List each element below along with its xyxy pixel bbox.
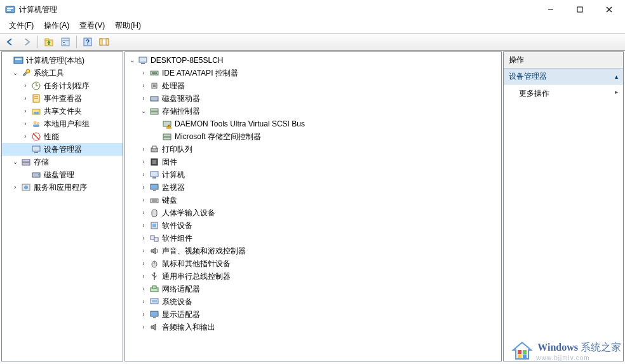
expander-closed-icon[interactable]: › [21,94,30,103]
nav-tree[interactable]: 计算机管理(本地) ⌄ 系统工具 › 任务计划程序 › 事件查看器 › 共享文件 [2,52,123,196]
svg-rect-36 [34,152,38,153]
forward-button[interactable] [19,35,34,49]
device-mouse[interactable]: › 鼠标和其他指针设备 [125,257,501,270]
device-keyboard[interactable]: › 键盘 [125,194,501,206]
device-usb[interactable]: › 通用串行总线控制器 [125,270,501,283]
expander-closed-icon[interactable]: › [139,145,148,154]
expander-closed-icon[interactable]: › [21,132,30,141]
expander-closed-icon[interactable]: › [139,285,148,293]
services-icon [21,182,31,192]
device-root[interactable]: ⌄ DESKTOP-8E5SLCH [125,54,501,67]
expander-closed-icon[interactable]: › [139,158,148,166]
actions-context-band[interactable]: 设备管理器 ▴ [504,69,623,84]
device-computer[interactable]: › 计算机 [125,168,501,181]
expander-closed-icon[interactable]: › [139,196,148,205]
storage-ctrl-warn-icon: ! [162,119,172,129]
device-network[interactable]: › 网络适配器 [125,283,501,295]
keyboard-icon [149,195,159,205]
svg-rect-35 [32,146,40,151]
svg-rect-62 [152,177,156,179]
expander-closed-icon[interactable]: › [139,208,148,217]
close-button[interactable] [595,0,624,19]
device-monitor[interactable]: › 监视器 [125,181,501,194]
expander-closed-icon[interactable]: › [21,107,30,116]
expander-open-icon[interactable]: ⌄ [128,56,137,65]
tree-task-scheduler[interactable]: › 任务计划程序 [2,79,123,92]
back-button[interactable] [3,35,18,49]
tree-services-apps[interactable]: › 服务和应用程序 [2,181,123,194]
svg-point-77 [154,273,156,274]
usb-icon [149,271,159,281]
device-disk[interactable]: › 磁盘驱动器 [125,92,501,105]
expander-closed-icon[interactable]: › [139,310,148,319]
expander-closed-icon[interactable]: › [139,272,148,281]
expander-closed-icon[interactable]: › [139,81,148,90]
help-button[interactable]: ? [80,35,95,49]
device-display[interactable]: › 显示适配器 [125,308,501,321]
actions-more[interactable]: 更多操作 ▸ [504,84,623,103]
device-cpu[interactable]: › 处理器 [125,79,501,92]
expander-closed-icon[interactable]: › [139,69,148,78]
device-sound[interactable]: › 声音、视频和游戏控制器 [125,245,501,257]
expander-closed-icon[interactable]: › [139,183,148,192]
up-button[interactable] [41,35,57,49]
expander-open-icon[interactable]: ⌄ [11,158,20,166]
expander-closed-icon[interactable]: › [11,183,20,192]
device-system[interactable]: › 系统设备 [125,295,501,308]
menu-bar: 文件(F) 操作(A) 查看(V) 帮助(H) [0,19,625,33]
expander-closed-icon[interactable]: › [139,259,148,268]
tree-device-manager[interactable]: 设备管理器 [2,143,123,156]
expander-closed-icon[interactable]: › [139,221,148,230]
computer-icon [138,55,148,65]
disk-icon [149,93,159,104]
maximize-button[interactable] [565,0,595,19]
expander-closed-icon[interactable]: › [139,94,148,103]
printer-icon [149,144,159,154]
svg-rect-60 [152,160,156,164]
tree-root-computer-mgmt[interactable]: 计算机管理(本地) [2,54,123,67]
device-ide[interactable]: › IDE ATA/ATAPI 控制器 [125,67,501,79]
menu-action[interactable]: 操作(A) [39,19,74,32]
device-tree[interactable]: ⌄ DESKTOP-8E5SLCH › IDE ATA/ATAPI 控制器 › … [125,52,501,335]
tree-event-viewer[interactable]: › 事件查看器 [2,92,123,105]
expander-closed-icon[interactable]: › [139,297,148,306]
tree-system-tools[interactable]: ⌄ 系统工具 [2,67,123,79]
show-hide-button[interactable] [97,35,112,49]
expander-closed-icon[interactable]: › [139,323,148,332]
device-firmware[interactable]: › 固件 [125,156,501,168]
menu-view[interactable]: 查看(V) [74,19,110,32]
device-software-components[interactable]: › 软件组件 [125,232,501,245]
disk-mgmt-icon [31,170,41,180]
menu-file[interactable]: 文件(F) [4,19,39,32]
tree-performance[interactable]: › 性能 [2,130,123,143]
expander-closed-icon[interactable]: › [21,119,30,128]
expander-closed-icon[interactable]: › [139,170,148,179]
tree-storage[interactable]: ⌄ 存储 [2,156,123,168]
expander-open-icon[interactable]: ⌄ [11,69,20,78]
expander-closed-icon[interactable]: › [139,234,148,243]
svg-rect-43 [139,57,147,62]
expander-open-icon[interactable]: ⌄ [139,107,148,116]
svg-rect-64 [153,190,156,191]
device-ms-storage-spaces[interactable]: Microsoft 存储空间控制器 [125,130,501,143]
menu-help[interactable]: 帮助(H) [110,19,146,32]
properties-button[interactable] [58,35,73,49]
svg-point-42 [24,185,28,189]
tree-disk-mgmt[interactable]: 磁盘管理 [2,168,123,181]
device-storage-ctrl[interactable]: ⌄ 存储控制器 [125,105,501,118]
device-daemon-tools[interactable]: ! DAEMON Tools Ultra Virtual SCSI Bus [125,118,501,130]
device-software-devices[interactable]: › 软件设备 [125,219,501,232]
device-hid[interactable]: › 人体学输入设备 [125,206,501,219]
storage-icon [21,157,31,167]
minimize-button[interactable] [536,0,565,19]
nav-tree-pane: 计算机管理(本地) ⌄ 系统工具 › 任务计划程序 › 事件查看器 › 共享文件 [1,51,123,361]
chevron-right-icon: ▸ [615,88,618,95]
expander-closed-icon[interactable]: › [21,81,30,90]
device-print-queue[interactable]: › 打印队列 [125,143,501,156]
device-audio-io[interactable]: › 音频输入和输出 [125,321,501,334]
svg-rect-46 [152,72,157,74]
tree-shared-folders[interactable]: › 共享文件夹 [2,105,123,118]
tree-local-users[interactable]: › 本地用户和组 [2,118,123,130]
svg-rect-50 [151,109,158,111]
expander-closed-icon[interactable]: › [139,246,148,255]
